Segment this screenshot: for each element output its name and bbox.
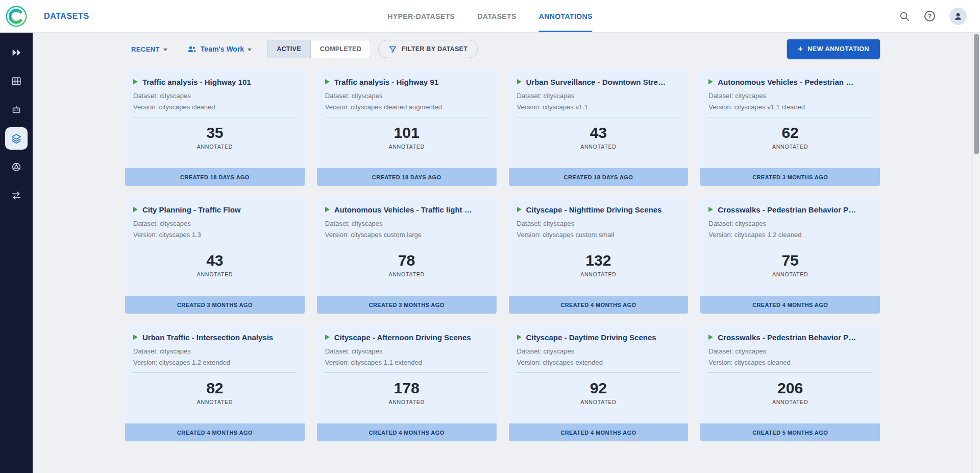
dataset-label: Dataset: xyxy=(517,220,542,227)
version-label: Version: xyxy=(517,103,541,111)
filter-by-dataset-button[interactable]: FILTER BY DATASET xyxy=(378,40,478,58)
sidebar-item-quickstart[interactable] xyxy=(5,41,28,64)
dataset-label: Dataset: xyxy=(517,347,542,355)
dataset-value: cityscapes xyxy=(160,347,191,355)
annotation-card[interactable]: Crosswalks - Pedestrian Behavior P… Data… xyxy=(700,197,880,314)
sidebar-item-pipelines[interactable] xyxy=(5,184,28,207)
version-value: cityscapes 1.1 extended xyxy=(351,359,422,366)
tab-annotations[interactable]: ANNOTATIONS xyxy=(539,0,593,32)
card-header: Autonomous Vehicles - Traffic light … xyxy=(325,204,488,215)
card-created-badge: CREATED 3 MONTHS AGO xyxy=(125,296,305,314)
scrollbar-thumb[interactable] xyxy=(974,34,979,154)
card-dataset-line: Dataset: cityscapes xyxy=(133,347,297,355)
annotated-label: ANNOTATED xyxy=(133,271,297,277)
card-header: Cityscape - Daytime Driving Scenes xyxy=(517,332,680,343)
version-value: cityscapes v1.1 cleaned xyxy=(734,103,805,111)
dataset-value: cityscapes xyxy=(544,92,575,100)
card-title: Traffic analysis - Highway 91 xyxy=(334,78,484,86)
user-avatar-button[interactable] xyxy=(949,8,967,25)
dataset-value: cityscapes xyxy=(352,92,383,100)
card-created-badge: CREATED 4 MONTHS AGO xyxy=(509,423,689,441)
version-label: Version: xyxy=(325,231,349,239)
annotated-count: 92 xyxy=(517,380,680,397)
status-filter-active[interactable]: ACTIVE xyxy=(267,40,310,58)
dataset-value: cityscapes xyxy=(160,92,191,100)
dataset-value: cityscapes xyxy=(352,347,383,355)
dataset-value: cityscapes xyxy=(160,220,191,227)
tab-hyper-datasets[interactable]: HYPER-DATASETS xyxy=(387,0,455,32)
annotation-card[interactable]: Autonomous Vehicles - Pedestrian … Datas… xyxy=(700,69,880,186)
play-icon xyxy=(133,335,138,340)
card-header: Urban Traffic - Intersection Analysis xyxy=(133,332,297,343)
annotation-card[interactable]: Traffic analysis - Highway 91 Dataset: c… xyxy=(317,69,497,186)
dataset-value: cityscapes xyxy=(735,220,766,227)
play-icon xyxy=(325,207,330,212)
annotation-card[interactable]: Urban Surveillance - Downtown Stre… Data… xyxy=(509,69,689,186)
sidebar-item-models[interactable] xyxy=(5,99,28,121)
scope-dropdown[interactable]: Team's Work xyxy=(187,44,252,54)
dataset-value: cityscapes xyxy=(544,347,575,355)
annotated-count: 206 xyxy=(708,380,872,397)
status-filter-completed[interactable]: COMPLETED xyxy=(310,40,371,58)
plus-icon: + xyxy=(798,44,803,53)
annotation-card[interactable]: City Planning - Traffic Flow Dataset: ci… xyxy=(125,197,305,314)
dataset-label: Dataset: xyxy=(325,347,350,355)
play-icon xyxy=(133,207,138,212)
card-title: Cityscape - Daytime Driving Scenes xyxy=(526,333,676,342)
annotation-card[interactable]: Cityscape - Afternoon Driving Scenes Dat… xyxy=(317,324,497,441)
card-dataset-line: Dataset: cityscapes xyxy=(133,220,297,227)
pipelines-icon xyxy=(11,190,22,201)
annotated-count: 43 xyxy=(133,252,297,269)
toolbar: RECENT Team's Work ACTIVE COMPLETED xyxy=(125,39,880,59)
dataset-label: Dataset: xyxy=(517,92,542,100)
card-title: Urban Surveillance - Downtown Stre… xyxy=(526,78,676,86)
dataset-label: Dataset: xyxy=(325,92,350,100)
sidebar-item-datasets[interactable] xyxy=(5,70,28,92)
play-icon xyxy=(708,335,713,340)
dataset-value: cityscapes xyxy=(735,347,766,355)
dataloop-logo[interactable] xyxy=(0,5,33,28)
new-annotation-button[interactable]: + NEW ANNOTATION xyxy=(787,39,880,59)
sidebar-item-recipes[interactable] xyxy=(5,156,28,178)
card-dataset-line: Dataset: cityscapes xyxy=(325,92,488,100)
dataset-label: Dataset: xyxy=(133,347,158,355)
card-version-line: Version: cityscapes v1.1 xyxy=(517,103,680,117)
page-scrollbar[interactable] xyxy=(972,33,980,473)
card-header: Urban Surveillance - Downtown Stre… xyxy=(517,76,680,87)
annotation-card[interactable]: Traffic analysis - Highway 101 Dataset: … xyxy=(125,69,305,186)
card-header: Autonomous Vehicles - Pedestrian … xyxy=(708,76,872,87)
topbar-actions: ? xyxy=(899,8,980,25)
search-icon xyxy=(899,11,910,22)
tab-label: DATASETS xyxy=(477,12,517,20)
search-button[interactable] xyxy=(899,11,910,22)
main-content: RECENT Team's Work ACTIVE COMPLETED xyxy=(33,33,980,473)
card-created-badge: CREATED 18 DAYS AGO xyxy=(125,168,305,186)
team-icon xyxy=(187,44,197,54)
version-value: cityscapes cleaned augmented xyxy=(351,103,442,111)
card-version-line: Version: cityscapes 1.1 extended xyxy=(325,359,488,373)
status-filter-completed-label: COMPLETED xyxy=(320,45,361,53)
version-label: Version: xyxy=(517,231,541,239)
dataset-label: Dataset: xyxy=(708,347,733,355)
sidebar-item-annotations[interactable] xyxy=(5,127,28,150)
card-dataset-line: Dataset: cityscapes xyxy=(325,347,488,355)
card-header: Traffic analysis - Highway 91 xyxy=(325,76,488,87)
tab-datasets[interactable]: DATASETS xyxy=(477,0,517,32)
card-title: Traffic analysis - Highway 101 xyxy=(142,78,292,86)
annotation-card[interactable]: Urban Traffic - Intersection Analysis Da… xyxy=(125,324,305,441)
annotation-card[interactable]: Cityscape - Daytime Driving Scenes Datas… xyxy=(509,324,689,441)
annotation-card[interactable]: Autonomous Vehicles - Traffic light … Da… xyxy=(317,197,497,314)
datasets-grid-icon xyxy=(11,76,22,87)
version-label: Version: xyxy=(133,359,157,366)
annotation-card[interactable]: Crosswalks - Pedestrian Behavior P… Data… xyxy=(700,324,880,441)
version-label: Version: xyxy=(517,359,541,366)
version-value: cityscapes v1.1 xyxy=(543,103,588,111)
dataset-label: Dataset: xyxy=(325,220,350,227)
sort-dropdown[interactable]: RECENT xyxy=(131,45,167,53)
help-button[interactable]: ? xyxy=(924,11,935,21)
annotation-card[interactable]: Cityscape - Nighttime Driving Scenes Dat… xyxy=(509,197,689,314)
play-icon xyxy=(517,335,522,340)
card-version-line: Version: cityscapes custom small xyxy=(517,231,680,245)
card-version-line: Version: cityscapes extended xyxy=(517,359,680,373)
card-header: Cityscape - Nighttime Driving Scenes xyxy=(517,204,680,215)
